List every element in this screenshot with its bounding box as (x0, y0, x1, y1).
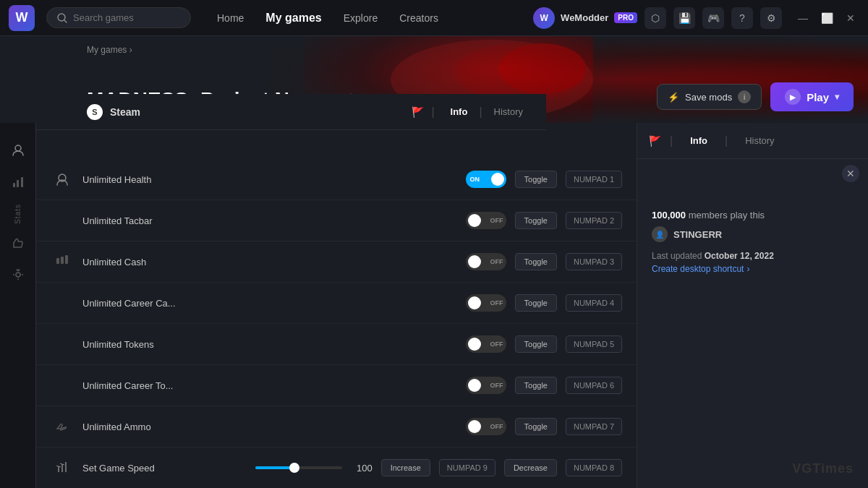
toggle-career-cash[interactable] (466, 294, 506, 312)
info-tab-active[interactable]: Info (681, 132, 716, 149)
mod-row-ammo: Unlimited Ammo Toggle NUMPAD 7 (36, 406, 637, 447)
info-circle[interactable]: i (738, 90, 751, 103)
mod-name-career-cash: Unlimited Career Ca... (82, 298, 457, 309)
mod-name-ammo: Unlimited Ammo (82, 421, 457, 432)
avatar: W (533, 7, 555, 29)
toggle-career-tokens[interactable] (466, 377, 506, 394)
svg-line-1 (64, 20, 67, 22)
user-badge: W WeModder PRO (533, 7, 637, 29)
health-group-icon (51, 168, 74, 191)
toggle-knob-tacbar (468, 214, 481, 227)
save-icon-btn[interactable]: 💾 (673, 7, 695, 29)
toggle-btn-health[interactable]: Toggle (515, 171, 557, 188)
mod-name-tacbar: Unlimited Tacbar (82, 215, 457, 226)
toggle-ammo[interactable] (466, 418, 506, 435)
steam-icon: S (87, 104, 103, 120)
search-input[interactable] (73, 12, 174, 23)
close-btn[interactable]: ✕ (842, 9, 859, 27)
toggle-btn-ammo[interactable]: Toggle (515, 418, 557, 435)
toggle-knob-career-cash (468, 296, 481, 309)
slider-track[interactable] (255, 466, 342, 469)
decrease-btn[interactable]: Decrease (504, 459, 557, 476)
tab-info[interactable]: Info (442, 103, 477, 120)
mod-group-speed: Set Game Speed 100 Increase NUMPAD 9 Dec… (36, 448, 637, 488)
career-tokens-icon (51, 374, 74, 397)
sidebar-icon-settings[interactable] (5, 262, 31, 288)
cash-group-icon (51, 250, 74, 273)
maximize-btn[interactable]: ⬜ (817, 9, 838, 27)
nav-explore[interactable]: Explore (335, 8, 386, 28)
key-health: NUMPAD 1 (566, 171, 622, 188)
user-name: WeModder (561, 12, 608, 23)
breadcrumb[interactable]: My games › (87, 45, 132, 55)
breadcrumb-separator: › (129, 45, 132, 55)
toggle-knob-health (491, 173, 504, 186)
copy-icon-btn[interactable]: ⬡ (644, 7, 666, 29)
ammo-group-icon (51, 415, 74, 438)
breadcrumb-link[interactable]: My games (87, 45, 127, 55)
toggle-tacbar[interactable] (466, 212, 506, 229)
sidebar-icon-stats[interactable] (5, 169, 31, 195)
increase-btn[interactable]: Increase (381, 459, 430, 476)
key-ammo: NUMPAD 7 (566, 418, 622, 435)
flag-icon[interactable]: 🚩 (412, 106, 424, 118)
sidebar-icon-user[interactable] (5, 137, 31, 163)
svg-point-9 (16, 273, 20, 277)
topnav: W Home My games Explore Creators W WeMod… (0, 0, 868, 36)
mod-row-tokens: Unlimited Tokens Toggle NUMPAD 5 (36, 324, 637, 365)
toggle-btn-tacbar[interactable]: Toggle (515, 212, 557, 229)
svg-rect-8 (21, 177, 23, 187)
mod-name-health: Unlimited Health (82, 174, 457, 185)
svg-rect-6 (13, 183, 15, 187)
nav-right: W WeModder PRO ⬡ 💾 🎮 ? ⚙ — ⬜ ✕ (533, 7, 859, 29)
toggle-health[interactable] (466, 171, 506, 188)
toggle-cash[interactable] (466, 253, 506, 270)
help-icon-btn[interactable]: ? (731, 7, 753, 29)
nav-home[interactable]: Home (208, 8, 252, 28)
play-label: Play (807, 91, 829, 103)
toggle-btn-career-tokens[interactable]: Toggle (515, 377, 557, 394)
desktop-link-text: Create desktop shortcut (652, 264, 744, 274)
toggle-knob-career-tokens (468, 379, 481, 392)
speed-name: Set Game Speed (82, 463, 247, 474)
platform-bar: S Steam 🚩 | Info | History (36, 94, 546, 130)
svg-rect-15 (56, 258, 59, 264)
mod-row-tacbar: Unlimited Tacbar Toggle NUMPAD 2 (36, 200, 637, 241)
play-button[interactable]: ▶ Play ▾ (770, 82, 854, 111)
members-label: members play this (689, 210, 765, 221)
info-panel-content: 100,000 members play this 👤 STINGERR Las… (637, 195, 868, 288)
close-info-panel[interactable]: ✕ (842, 165, 859, 182)
play-caret-icon: ▾ (835, 92, 839, 102)
toggle-btn-career-cash[interactable]: Toggle (515, 294, 557, 312)
minimize-btn[interactable]: — (793, 9, 812, 27)
sidebar-icon-thumb[interactable] (5, 230, 31, 256)
tokens-icon (51, 333, 74, 356)
toggle-tokens[interactable] (466, 335, 506, 353)
desktop-shortcut-link[interactable]: Create desktop shortcut › (652, 264, 854, 274)
info-panel: 🚩 | Info | History ✕ 100,000 members pla… (637, 123, 868, 488)
flag-icon-panel[interactable]: 🚩 (649, 135, 661, 147)
play-logo: ▶ (785, 89, 801, 105)
search-box[interactable] (46, 7, 191, 28)
nav-my-games[interactable]: My games (257, 7, 330, 29)
pro-badge: PRO (614, 12, 637, 23)
app-logo[interactable]: W (9, 5, 35, 31)
mod-row-career-tokens: Unlimited Career To... Toggle NUMPAD 6 (36, 365, 637, 406)
history-tab[interactable]: History (736, 132, 783, 149)
settings-icon-btn[interactable]: ⚙ (760, 7, 782, 29)
members-count: 100,000 (652, 210, 686, 221)
search-icon (57, 13, 67, 23)
header-actions: ⚡ Save mods i ▶ Play ▾ (657, 82, 854, 111)
discord-icon-btn[interactable]: 🎮 (702, 7, 724, 29)
tab-history[interactable]: History (485, 103, 532, 120)
mod-group-2: Unlimited Cash Toggle NUMPAD 3 Unlimited… (36, 241, 637, 406)
svg-rect-7 (17, 180, 19, 187)
nav-links: Home My games Explore Creators (208, 7, 447, 29)
updated-prefix: Last updated (652, 251, 702, 261)
save-mods-button[interactable]: ⚡ Save mods i (657, 84, 762, 110)
toggle-btn-cash[interactable]: Toggle (515, 253, 557, 270)
toggle-btn-tokens[interactable]: Toggle (515, 335, 557, 353)
nav-creators[interactable]: Creators (391, 8, 447, 28)
lightning-icon: ⚡ (668, 92, 679, 103)
slider-thumb[interactable] (289, 463, 299, 473)
